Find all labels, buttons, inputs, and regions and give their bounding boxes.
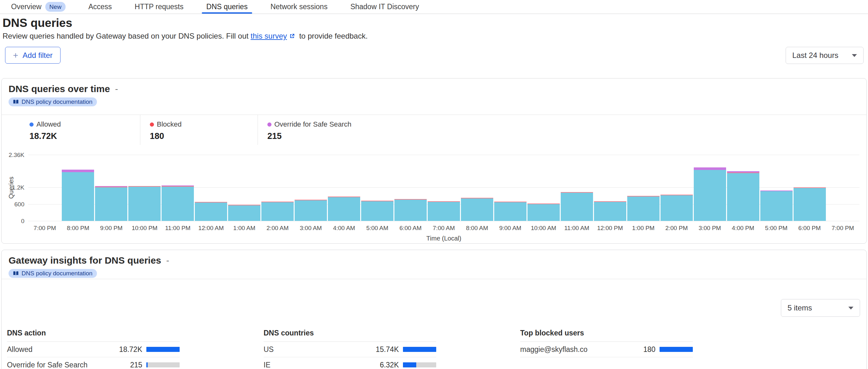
survey-link[interactable]: this survey bbox=[251, 32, 287, 40]
value-bar bbox=[146, 362, 180, 367]
time-range-select[interactable]: Last 24 hours bbox=[786, 47, 864, 64]
tab-http-requests[interactable]: HTTP requests bbox=[135, 0, 183, 13]
value-bar bbox=[659, 347, 693, 352]
x-tick-label: 6:00 PM bbox=[793, 225, 826, 232]
x-tick-label: 5:00 AM bbox=[361, 225, 394, 232]
insight-row-allowed[interactable]: Allowed18.72K bbox=[7, 342, 180, 357]
bar-segment-blocked bbox=[494, 202, 527, 202]
tab-label: HTTP requests bbox=[135, 3, 183, 11]
x-tick-label: 1:00 AM bbox=[228, 225, 261, 232]
value-bar-fill bbox=[659, 347, 693, 352]
bar-segment-blocked bbox=[161, 186, 194, 187]
x-tick-label: 8:00 PM bbox=[61, 225, 95, 232]
x-tick-label: 10:00 AM bbox=[527, 225, 560, 232]
value-bar bbox=[403, 347, 436, 352]
collapse-toggle[interactable]: - bbox=[115, 84, 118, 94]
tab-shadow-it-discovery[interactable]: Shadow IT Discovery bbox=[350, 0, 419, 13]
insight-row-label: Override for Safe Search bbox=[7, 361, 114, 369]
insight-row-value: 180 bbox=[627, 345, 655, 354]
x-tick-label: 9:00 AM bbox=[494, 225, 527, 232]
add-filter-button[interactable]: + Add filter bbox=[5, 47, 61, 64]
bar-segment-allowed bbox=[527, 204, 560, 221]
insight-row-label: IE bbox=[264, 361, 370, 369]
bar-segment-allowed bbox=[261, 202, 294, 221]
legend-value: 215 bbox=[267, 131, 866, 141]
new-badge: New bbox=[45, 2, 66, 12]
bar-segment-allowed bbox=[461, 198, 493, 221]
description-text: Review queries handled by Gateway based … bbox=[3, 32, 251, 40]
chevron-down-icon bbox=[852, 54, 857, 57]
chart-legend: Allowed18.72KBlocked180Override for Safe… bbox=[2, 114, 866, 145]
bar-segment-allowed bbox=[228, 205, 260, 221]
bar-segment-blocked bbox=[195, 202, 227, 203]
dns-policy-documentation-badge[interactable]: DNS policy documentation bbox=[8, 269, 97, 278]
bar-5-00-pm bbox=[760, 155, 793, 221]
items-count-select[interactable]: 5 items bbox=[781, 299, 860, 317]
add-filter-label: Add filter bbox=[23, 51, 53, 60]
legend-dot-icon bbox=[29, 123, 34, 127]
insight-row-us[interactable]: US15.74K bbox=[264, 342, 436, 357]
bar-4-00-pm bbox=[727, 155, 760, 221]
legend-item-override-for-safe-search: Override for Safe Search215 bbox=[257, 115, 866, 145]
insight-row-label: US bbox=[264, 345, 370, 354]
x-tick-label: 3:00 PM bbox=[693, 225, 726, 232]
x-axis-title: Time (Local) bbox=[28, 235, 860, 242]
bar-8-00-pm bbox=[62, 155, 94, 221]
tab-overview[interactable]: OverviewNew bbox=[11, 0, 66, 13]
x-tick-label: 6:00 AM bbox=[394, 225, 427, 232]
bar-2-00-am bbox=[261, 155, 294, 221]
dns-policy-documentation-badge[interactable]: DNS policy documentation bbox=[8, 98, 97, 106]
tab-label: DNS queries bbox=[206, 3, 247, 11]
collapse-toggle[interactable]: - bbox=[166, 256, 169, 266]
x-tick-label: 7:00 PM bbox=[826, 225, 860, 232]
bar-2-00-pm bbox=[660, 155, 693, 221]
legend-label: Override for Safe Search bbox=[274, 120, 351, 129]
book-icon bbox=[13, 271, 19, 276]
bar-segment-blocked bbox=[95, 187, 127, 187]
bar-segment-allowed bbox=[161, 187, 194, 221]
insight-row-maggie-skyflash-co[interactable]: maggie@skyflash.co180 bbox=[520, 342, 693, 357]
insight-row-override-for-safe-search[interactable]: Override for Safe Search215 bbox=[7, 357, 180, 369]
bar-segment-allowed bbox=[627, 197, 659, 221]
bar-segment-blocked bbox=[361, 201, 394, 201]
bar-3-00-am bbox=[294, 155, 327, 221]
bar-segment-allowed bbox=[727, 173, 760, 221]
bar-7-00-am bbox=[428, 155, 460, 221]
external-link-icon bbox=[289, 32, 295, 41]
time-range-value: Last 24 hours bbox=[792, 51, 838, 60]
bar-segment-allowed bbox=[195, 203, 227, 221]
dns-queries-page: OverviewNewAccessHTTP requestsDNS querie… bbox=[0, 0, 868, 369]
page-title: DNS queries bbox=[3, 16, 72, 30]
legend-value: 18.72K bbox=[29, 131, 140, 141]
insight-row-value: 6.32K bbox=[370, 361, 399, 369]
insight-row-ie[interactable]: IE6.32K bbox=[264, 357, 436, 369]
badge-label: DNS policy documentation bbox=[22, 270, 93, 277]
tab-dns-queries[interactable]: DNS queries bbox=[206, 0, 247, 13]
legend-label: Blocked bbox=[157, 120, 182, 129]
bar-3-00-pm bbox=[694, 155, 726, 221]
bar-segment-allowed bbox=[361, 201, 394, 221]
bar-segment-allowed bbox=[794, 188, 826, 221]
tab-access[interactable]: Access bbox=[88, 0, 112, 13]
bar-segment-allowed bbox=[494, 202, 527, 221]
badge-label: DNS policy documentation bbox=[22, 98, 93, 105]
dns-queries-over-time-card: DNS queries over time - DNS policy docum… bbox=[1, 78, 867, 244]
bar-segment-allowed bbox=[660, 195, 693, 221]
bar-segment-allowed bbox=[328, 197, 360, 221]
insight-column-top-blocked-users: Top blocked usersmaggie@skyflash.co180 bbox=[520, 327, 693, 369]
bar-segment-allowed bbox=[694, 170, 726, 221]
x-tick-label: 8:00 AM bbox=[460, 225, 494, 232]
bar-segment-blocked bbox=[394, 199, 427, 200]
bar-segment-blocked bbox=[128, 186, 161, 187]
bar-segment-blocked bbox=[727, 172, 760, 173]
x-tick-label: 11:00 PM bbox=[161, 225, 194, 232]
tab-label: Access bbox=[88, 3, 112, 11]
insights-grid: DNS actionAllowed18.72KOverride for Safe… bbox=[7, 327, 693, 369]
insight-row-label: Allowed bbox=[7, 345, 114, 354]
tab-network-sessions[interactable]: Network sessions bbox=[271, 0, 328, 13]
bar-segment-allowed bbox=[760, 191, 793, 221]
bar-segment-override-for-safe-search bbox=[694, 167, 726, 170]
x-axis-ticks: 7:00 PM8:00 PM9:00 PM10:00 PM11:00 PM12:… bbox=[28, 225, 860, 232]
x-tick-label: 7:00 AM bbox=[427, 225, 460, 232]
bar-segment-blocked bbox=[794, 187, 826, 188]
